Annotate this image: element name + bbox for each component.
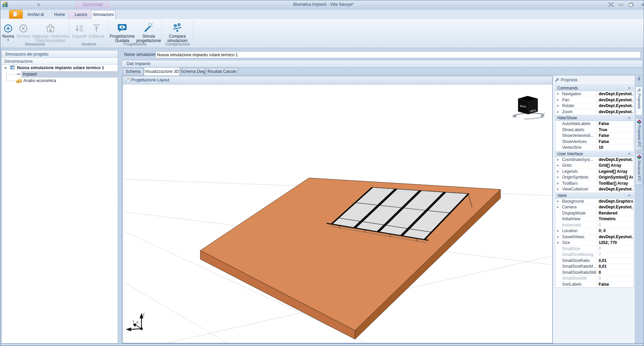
tab-schema-dwg[interactable]: Schema Dwg — [180, 68, 205, 75]
property-value[interactable]: 7 — [597, 252, 633, 258]
property-value[interactable]: devDept.Eyeshot.... — [597, 157, 633, 163]
property-row-smallsizeratio[interactable]: SmallSizeRatio0,01 — [555, 258, 634, 264]
property-row-originsymbols[interactable]: >OriginSymbolsOriginSymbol[] Ar... — [555, 175, 634, 181]
property-row-camera[interactable]: >CameradevDept.Eyeshot.... — [555, 204, 634, 210]
tab-risultati-calcolo[interactable]: Risultati Calcolo — [206, 68, 238, 75]
property-value[interactable]: 0 — [597, 222, 633, 228]
restore-button[interactable] — [627, 2, 635, 7]
property-value[interactable]: devDept.Eyeshot.... — [597, 97, 633, 103]
expander-icon[interactable]: > — [557, 204, 561, 210]
property-row-coordinatesyst[interactable]: >CoordinateSyst...devDept.Eyeshot.... — [555, 157, 634, 163]
fit-screen-button[interactable] — [607, 2, 615, 7]
collapse-chevron-icon[interactable] — [628, 87, 631, 89]
expander-icon[interactable]: > — [557, 175, 561, 181]
collapse-chevron-icon[interactable] — [628, 195, 631, 197]
expander-icon[interactable]: > — [557, 169, 561, 175]
property-value[interactable]: devDept.Eyeshot.... — [597, 109, 633, 115]
side-tab-proprieta[interactable]: Proprietà — [636, 86, 643, 116]
property-row-showvertexindi[interactable]: ShowVertexIndi...False — [555, 133, 634, 139]
collapse-chevron-icon[interactable] — [628, 153, 631, 155]
quick-access-customize-icon[interactable] — [36, 3, 41, 7]
expander-icon[interactable]: > — [557, 103, 561, 109]
expander-icon[interactable]: > — [557, 234, 561, 240]
auto-hide-pin-icon[interactable] — [637, 77, 641, 81]
property-row-navigation[interactable]: >NavigationdevDept.Eyeshot.... — [555, 91, 634, 97]
property-row-smallsizemoving[interactable]: SmallSizeMoving7 — [555, 252, 634, 258]
view-cube[interactable]: BACK LEFT — [512, 96, 545, 119]
property-row-autohidelabels[interactable]: AutoHideLabelsFalse — [555, 121, 634, 127]
expander-icon[interactable]: > — [557, 97, 561, 103]
property-row-location[interactable]: >Location0; 0 — [555, 228, 634, 234]
simulation-name-input[interactable] — [155, 51, 641, 58]
property-value[interactable]: 0 — [597, 276, 633, 282]
property-value[interactable]: False — [597, 133, 633, 139]
file-menu-button[interactable] — [9, 10, 23, 19]
tree-collapse-chevron-icon[interactable] — [4, 67, 7, 69]
property-value[interactable]: 0 — [597, 246, 633, 252]
tree-column-header[interactable]: Denominazione — [2, 58, 118, 65]
property-value[interactable]: devDept.Eyeshot.... — [597, 204, 633, 210]
property-value[interactable]: ToolBar[] Array — [597, 181, 633, 187]
property-row-background[interactable]: >BackgrounddevDept.Graphics.... — [555, 199, 634, 205]
expander-icon[interactable]: > — [557, 186, 561, 192]
property-value[interactable]: 0 — [597, 270, 633, 276]
property-row-savedviews[interactable]: >SavedViewsdevDept.Eyeshot.... — [555, 234, 634, 240]
property-value[interactable]: devDept.Eyeshot.... — [597, 234, 633, 240]
expander-icon[interactable]: > — [557, 91, 561, 97]
tab-visualizzazione-3d[interactable]: Visualizzazione 3D — [144, 67, 180, 75]
property-value[interactable]: False — [597, 282, 633, 288]
property-value[interactable]: Trimetric — [597, 216, 633, 222]
property-row-vertexsize[interactable]: VertexSize10 — [555, 145, 634, 151]
property-row-smallsizeratiostill[interactable]: SmallSizeRatioStill0 — [555, 270, 634, 276]
property-row-showvertices[interactable]: ShowVerticesFalse — [555, 139, 634, 145]
side-tab-struttura-ifc[interactable]: Struttura IFC — [636, 153, 643, 185]
property-row-size[interactable]: >Size1252; 770 — [555, 240, 634, 246]
expander-icon[interactable]: > — [557, 109, 561, 115]
property-row-smallsizestill[interactable]: SmallSizeStill0 — [555, 276, 634, 282]
ribbon-tab-home[interactable]: Home — [50, 11, 69, 19]
property-row-viewcubeicon[interactable]: >ViewCubeIcondevDept.Eyeshot.... — [555, 186, 634, 192]
property-row-pan[interactable]: >PandevDept.Eyeshot.... — [555, 97, 634, 103]
property-value[interactable]: 10 — [597, 145, 633, 151]
property-value[interactable]: False — [597, 139, 633, 145]
property-row-smallsizeratiom[interactable]: SmallSizeRatioM...0,01 — [555, 264, 634, 270]
expander-icon[interactable]: > — [557, 163, 561, 169]
property-category-user-interface[interactable]: User Interface — [555, 151, 634, 157]
close-button[interactable] — [641, 2, 644, 7]
ribbon-tab-archivi-di-base[interactable]: Archivi di Base — [23, 11, 48, 19]
property-row-instanceid[interactable]: InstanceId0 — [555, 222, 634, 228]
property-value[interactable]: False — [597, 121, 633, 127]
property-value[interactable]: devDept.Graphics.... — [597, 199, 633, 205]
tree-root-row[interactable]: Nuova simulazione impianto solare termic… — [2, 65, 118, 71]
property-value[interactable]: devDept.Eyeshot.... — [597, 91, 633, 97]
tree-item-analisi-economica[interactable]: Analisi economica — [2, 78, 118, 84]
property-row-rotate[interactable]: >RotatedevDept.Eyeshot.... — [555, 103, 634, 109]
property-row-displaymode[interactable]: DisplayModeRendered — [555, 210, 634, 217]
property-row-grids[interactable]: >GridsGrid[] Array — [555, 163, 634, 169]
ribbon-tab-simulazioni[interactable]: Simulazioni — [91, 10, 115, 19]
property-row-toolbars[interactable]: >ToolBarsToolBar[] Array — [555, 181, 634, 187]
tab-schema[interactable]: Schema — [123, 68, 143, 75]
property-value[interactable]: 0,01 — [597, 264, 633, 270]
viewport-3d-canvas[interactable]: BACK LEFT Z X — [123, 84, 552, 343]
vertical-splitter[interactable]: ···· — [118, 50, 121, 344]
property-value[interactable]: OriginSymbol[] Ar... — [597, 175, 633, 181]
property-row-legends[interactable]: >LegendsLegend[] Array — [555, 169, 634, 175]
property-value[interactable]: devDept.Eyeshot.... — [597, 103, 633, 109]
tree-item-impianti[interactable]: Impianti — [2, 71, 118, 78]
collapse-chevron-icon[interactable] — [628, 117, 631, 119]
expander-icon[interactable]: > — [557, 181, 561, 187]
expander-icon[interactable]: > — [557, 157, 561, 163]
property-value[interactable]: 1252; 770 — [597, 240, 633, 246]
property-category-commands[interactable]: Commands — [555, 85, 634, 91]
property-row-initialview[interactable]: InitialViewTrimetric — [555, 216, 634, 222]
property-row-sortlabels[interactable]: SortLabelsFalse — [555, 282, 634, 288]
property-category-hide-show[interactable]: Hide/Show — [555, 115, 634, 121]
expander-icon[interactable]: > — [557, 228, 561, 234]
property-value[interactable]: 0,01 — [597, 258, 633, 264]
property-category-varie[interactable]: Varie — [555, 192, 634, 199]
property-value[interactable]: devDept.Eyeshot.... — [597, 186, 633, 192]
property-value[interactable]: Grid[] Array — [597, 163, 633, 169]
property-row-zoom[interactable]: >ZoomdevDept.Eyeshot.... — [555, 109, 634, 115]
ribbon-tab-lavoro[interactable]: Lavoro — [71, 11, 90, 19]
